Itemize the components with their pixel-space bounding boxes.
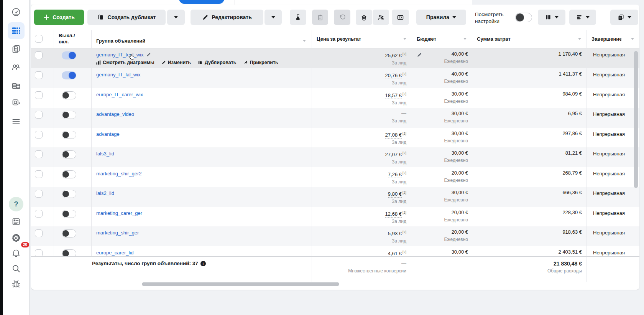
active-tab-pill[interactable] <box>179 0 224 4</box>
row-toggle[interactable] <box>62 150 76 158</box>
reports-button[interactable] <box>610 10 638 25</box>
pin-action[interactable]: Прикрепить <box>243 60 278 65</box>
sidebar-item-campaigns[interactable] <box>8 22 25 39</box>
row-checkbox[interactable] <box>35 210 43 218</box>
sidebar-item-events-manager-icon[interactable] <box>8 94 25 111</box>
table-row[interactable]: lals2_lid 9,80 €[2]За лид 30,00 €Ежеднев… <box>31 187 639 207</box>
view-settings-toggle[interactable] <box>515 13 532 22</box>
row-checkbox[interactable] <box>35 170 43 178</box>
row-checkbox[interactable] <box>35 229 43 237</box>
row-toggle[interactable] <box>62 131 76 139</box>
vertical-scrollbar[interactable] <box>634 51 638 188</box>
sidebar-item-all-tools-icon[interactable] <box>8 113 25 130</box>
cost-value[interactable]: 9,80 € <box>388 191 402 198</box>
cost-value[interactable]: 5,93 € <box>388 231 402 237</box>
pencil-icon[interactable] <box>146 52 151 57</box>
audience-button[interactable] <box>373 10 389 25</box>
adset-name-link[interactable]: lals3_lid <box>96 151 114 157</box>
notifications-bell-icon[interactable]: 20 <box>8 245 25 262</box>
adset-name-link[interactable]: advantage <box>96 131 120 137</box>
header-ends[interactable]: Завершение <box>586 30 639 48</box>
header-toggle[interactable]: Выкл./ вкл. <box>54 30 91 48</box>
row-checkbox[interactable] <box>35 150 43 158</box>
undo-button[interactable] <box>334 10 350 25</box>
adset-name-link[interactable]: europe_IT_carer_wix <box>96 92 143 97</box>
edit-budget-pencil-icon[interactable] <box>417 52 422 58</box>
row-toggle[interactable] <box>62 210 76 218</box>
info-icon[interactable]: i <box>200 261 206 266</box>
row-toggle[interactable] <box>62 249 76 257</box>
sidebar-item-pages-icon[interactable] <box>8 41 25 58</box>
header-checkbox-cell <box>31 30 54 48</box>
adset-name-link[interactable]: europe_carer_lid <box>96 250 134 256</box>
row-toggle[interactable] <box>62 111 76 119</box>
view-charts-action[interactable]: Смотреть диаграммы <box>96 60 154 65</box>
adset-name-link[interactable]: advantage_video <box>96 111 134 117</box>
table-row[interactable]: advantage 27,08 €[2]За лид 30,00 €Ежедне… <box>31 128 639 148</box>
cost-value[interactable]: 12,68 € <box>385 211 402 218</box>
cost-value[interactable]: 18,57 € <box>385 92 402 99</box>
cost-value[interactable]: 4,61 € <box>388 251 402 256</box>
sidebar-item-audiences-icon[interactable] <box>8 59 25 76</box>
ads-manager-home-icon[interactable] <box>8 4 25 21</box>
cost-value[interactable]: 27,08 € <box>385 132 402 139</box>
bug-report-icon[interactable] <box>8 275 25 292</box>
row-checkbox[interactable] <box>35 131 43 139</box>
row-checkbox[interactable] <box>35 91 43 99</box>
table-row[interactable]: germany_IT_test_wix Смотреть диаграммы И… <box>31 48 639 68</box>
header-budget[interactable]: Бюджет <box>412 30 472 48</box>
row-checkbox[interactable] <box>35 190 43 198</box>
cost-value[interactable]: 20,76 € <box>385 73 402 79</box>
header-name[interactable]: Группа объявлений <box>91 30 306 48</box>
duplicate-button[interactable]: Создать дубликат <box>87 10 166 25</box>
row-toggle[interactable] <box>62 170 76 178</box>
row-checkbox[interactable] <box>35 249 43 257</box>
delete-button[interactable] <box>356 10 372 25</box>
table-row[interactable]: germany_IT_lal_wix 20,76 €[2]За лид 40,0… <box>31 68 639 88</box>
row-toggle[interactable] <box>62 51 76 59</box>
row-checkbox[interactable] <box>35 111 43 119</box>
table-row[interactable]: lals3_lid 27,07 €[2]За лид 30,00 €Ежедне… <box>31 147 639 167</box>
table-row[interactable]: marketing_carer_ger 12,68 €[2]За лид 20,… <box>31 207 639 227</box>
edit-dropdown-button[interactable] <box>264 10 282 25</box>
paste-button[interactable] <box>312 10 328 25</box>
row-toggle[interactable] <box>62 190 76 198</box>
header-cost-per-result[interactable]: Цена за результат <box>312 30 412 48</box>
adset-name-link[interactable]: marketing_carer_ger <box>96 210 142 216</box>
adset-name-link[interactable]: germany_IT_lal_wix <box>96 72 141 78</box>
sidebar-item-billing-icon[interactable] <box>8 77 25 94</box>
news-icon[interactable] <box>8 213 25 230</box>
search-icon[interactable] <box>8 260 25 277</box>
adset-name-link[interactable]: germany_IT_test_wix <box>96 52 144 58</box>
table-row[interactable]: advantage_video —За лид 30,00 €Ежедневно… <box>31 108 639 128</box>
cost-value[interactable]: 7,26 € <box>388 172 402 178</box>
breakdown-button[interactable] <box>569 10 596 25</box>
create-button[interactable]: Создать <box>34 10 84 25</box>
edit-button[interactable]: Редактировать <box>191 10 263 25</box>
header-amount-spent[interactable]: Сумма затрат <box>472 30 586 48</box>
horizontal-scrollbar[interactable] <box>142 282 339 286</box>
cost-value[interactable]: 25,62 € <box>385 53 402 59</box>
ab-test-button[interactable] <box>290 10 306 25</box>
select-all-checkbox[interactable] <box>35 35 43 43</box>
edit-action[interactable]: Изменить <box>161 60 191 65</box>
table-row[interactable]: europe_IT_carer_wix 18,57 €[2]За лид 30,… <box>31 88 639 108</box>
table-row[interactable]: marketing_shir_ger 5,93 €[2]За лид 20,00… <box>31 226 639 246</box>
adset-name-link[interactable]: marketing_shir_ger <box>96 230 139 236</box>
columns-button[interactable] <box>538 10 565 25</box>
row-toggle[interactable] <box>62 71 76 79</box>
duplicate-dropdown-button[interactable] <box>167 10 185 25</box>
cost-value[interactable]: 27,07 € <box>385 152 402 158</box>
adset-name-link[interactable]: marketing_shir_ger2 <box>96 171 142 176</box>
help-icon[interactable]: ? <box>8 196 25 213</box>
row-toggle[interactable] <box>62 229 76 237</box>
row-toggle[interactable] <box>62 91 76 99</box>
row-checkbox[interactable] <box>35 71 43 79</box>
adset-name-link[interactable]: lals2_lid <box>96 190 114 196</box>
duplicate-action[interactable]: Дублировать <box>198 60 237 65</box>
row-checkbox[interactable] <box>35 51 43 59</box>
rules-button[interactable]: Правила <box>416 10 466 25</box>
export-embed-button[interactable] <box>392 10 409 25</box>
table-row[interactable]: marketing_shir_ger2 7,26 €[2]За лид 20,0… <box>31 167 639 187</box>
table-row[interactable]: europe_carer_lid 4,61 €[2]За лид 30,00 €… <box>31 246 639 257</box>
